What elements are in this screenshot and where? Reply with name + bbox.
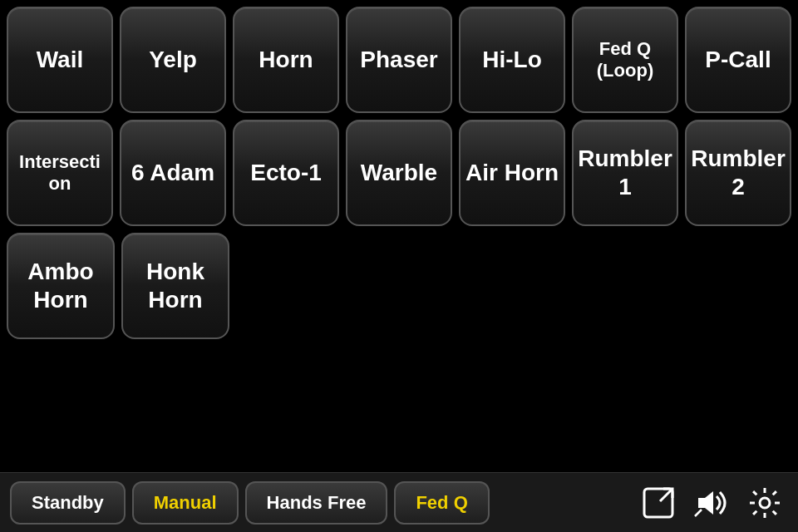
settings-icon — [748, 486, 781, 520]
phaser-button[interactable]: Phaser — [346, 7, 452, 113]
bottom-bar: Standby Manual Hands Free Fed Q — [0, 472, 798, 532]
intersection-button[interactable]: Intersection — [7, 120, 113, 226]
fed-q-button[interactable]: Fed Q — [394, 481, 489, 525]
manual-button[interactable]: Manual — [132, 481, 239, 525]
svg-line-12 — [753, 510, 756, 514]
row-1: Wail Yelp Horn Phaser Hi-Lo Fed Q(Loop) … — [7, 7, 791, 113]
honk-horn-button[interactable]: Honk Horn — [121, 233, 229, 339]
hands-free-button[interactable]: Hands Free — [245, 481, 388, 525]
fed-q-loop-button[interactable]: Fed Q(Loop) — [572, 7, 678, 113]
6-adam-button[interactable]: 6 Adam — [120, 120, 226, 226]
svg-line-9 — [753, 491, 756, 495]
ecto-1-button[interactable]: Ecto-1 — [233, 120, 339, 226]
ambo-horn-button[interactable]: Ambo Horn — [7, 233, 115, 339]
svg-line-3 — [695, 510, 702, 516]
svg-line-1 — [660, 489, 672, 501]
rumbler-1-button[interactable]: Rumbler 1 — [572, 120, 678, 226]
rumbler-2-button[interactable]: Rumbler 2 — [685, 120, 791, 226]
air-horn-button[interactable]: Air Horn — [459, 120, 565, 226]
settings-icon-button[interactable] — [741, 481, 788, 525]
yelp-button[interactable]: Yelp — [120, 7, 226, 113]
resize-icon — [642, 486, 675, 520]
volume-icon-button[interactable] — [688, 481, 735, 525]
siren-grid: Wail Yelp Horn Phaser Hi-Lo Fed Q(Loop) … — [0, 0, 798, 346]
standby-button[interactable]: Standby — [10, 481, 126, 525]
row-3: Ambo Horn Honk Horn — [7, 233, 791, 339]
svg-line-10 — [773, 510, 776, 514]
resize-icon-button[interactable] — [635, 481, 682, 525]
svg-point-4 — [760, 498, 770, 508]
p-call-button[interactable]: P-Call — [685, 7, 791, 113]
warble-button[interactable]: Warble — [346, 120, 452, 226]
row-2: Intersection 6 Adam Ecto-1 Warble Air Ho… — [7, 120, 791, 226]
wail-button[interactable]: Wail — [7, 7, 113, 113]
horn-button[interactable]: Horn — [233, 7, 339, 113]
volume-icon — [693, 486, 730, 520]
svg-line-11 — [773, 491, 776, 495]
hi-lo-button[interactable]: Hi-Lo — [459, 7, 565, 113]
